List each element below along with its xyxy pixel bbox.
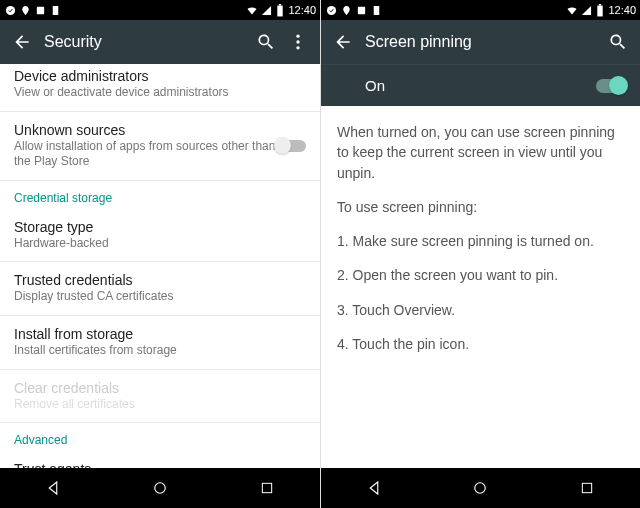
nav-overview-button[interactable] bbox=[247, 468, 287, 508]
screen-security: 12:40 Security Device administrators Vie… bbox=[0, 0, 320, 508]
item-clear-credentials: Clear credentials Remove all certificate… bbox=[0, 370, 320, 424]
svg-point-10 bbox=[326, 5, 335, 14]
app-bar-title: Security bbox=[38, 33, 250, 51]
status-bar: 12:40 bbox=[321, 0, 640, 20]
item-install-from-storage[interactable]: Install from storage Install certificate… bbox=[0, 316, 320, 370]
signal-icon bbox=[260, 4, 272, 16]
svg-rect-14 bbox=[599, 4, 601, 6]
info-step: 3. Touch Overview. bbox=[337, 300, 624, 320]
status-icon bbox=[4, 4, 16, 16]
back-button[interactable] bbox=[327, 20, 359, 64]
status-icon bbox=[34, 4, 46, 16]
info-paragraph: When turned on, you can use screen pinni… bbox=[337, 122, 624, 183]
nav-bar bbox=[0, 468, 320, 508]
status-time: 12:40 bbox=[288, 4, 316, 16]
svg-rect-13 bbox=[598, 5, 603, 16]
svg-rect-3 bbox=[278, 5, 283, 16]
battery-icon bbox=[274, 4, 286, 16]
info-step: 1. Make sure screen pinning is turned on… bbox=[337, 231, 624, 251]
item-trusted-credentials[interactable]: Trusted credentials Display trusted CA c… bbox=[0, 262, 320, 316]
toggle-row[interactable]: On bbox=[321, 64, 640, 106]
location-icon bbox=[340, 4, 352, 16]
status-icon bbox=[49, 4, 61, 16]
svg-rect-2 bbox=[52, 5, 58, 14]
toggle-label: On bbox=[335, 77, 596, 94]
unknown-sources-toggle[interactable] bbox=[276, 140, 306, 152]
svg-rect-11 bbox=[357, 6, 364, 13]
item-storage-type[interactable]: Storage type Hardware-backed bbox=[0, 209, 320, 263]
item-device-administrators[interactable]: Device administrators View or deactivate… bbox=[0, 64, 320, 112]
svg-rect-4 bbox=[279, 4, 281, 6]
svg-point-15 bbox=[475, 483, 486, 494]
item-trust-agents[interactable]: Trust agents View or deactivate trust ag… bbox=[0, 451, 320, 468]
info-paragraph: To use screen pinning: bbox=[337, 197, 624, 217]
search-button[interactable] bbox=[250, 20, 282, 64]
battery-icon bbox=[594, 4, 606, 16]
back-button[interactable] bbox=[6, 20, 38, 64]
svg-rect-9 bbox=[262, 483, 271, 492]
status-bar: 12:40 bbox=[0, 0, 320, 20]
svg-point-5 bbox=[296, 35, 299, 38]
location-icon bbox=[19, 4, 31, 16]
svg-point-6 bbox=[296, 40, 299, 43]
settings-list: Device administrators View or deactivate… bbox=[0, 64, 320, 468]
signal-icon bbox=[580, 4, 592, 16]
svg-rect-12 bbox=[373, 5, 379, 14]
nav-back-button[interactable] bbox=[33, 468, 73, 508]
svg-rect-16 bbox=[582, 483, 591, 492]
status-icon bbox=[325, 4, 337, 16]
section-advanced: Advanced bbox=[0, 423, 320, 451]
nav-home-button[interactable] bbox=[460, 468, 500, 508]
status-time: 12:40 bbox=[608, 4, 636, 16]
nav-back-button[interactable] bbox=[354, 468, 394, 508]
app-bar-title: Screen pinning bbox=[359, 33, 602, 51]
wifi-icon bbox=[246, 4, 258, 16]
overflow-button[interactable] bbox=[282, 20, 314, 64]
svg-point-0 bbox=[5, 5, 14, 14]
svg-point-8 bbox=[155, 483, 166, 494]
screen-screen-pinning: 12:40 Screen pinning On When turned on, … bbox=[320, 0, 640, 508]
app-bar: Security bbox=[0, 20, 320, 64]
search-button[interactable] bbox=[602, 20, 634, 64]
section-credential-storage: Credential storage bbox=[0, 181, 320, 209]
status-icon bbox=[370, 4, 382, 16]
nav-overview-button[interactable] bbox=[567, 468, 607, 508]
item-unknown-sources[interactable]: Unknown sources Allow installation of ap… bbox=[0, 112, 320, 181]
status-icon bbox=[355, 4, 367, 16]
nav-bar bbox=[321, 468, 640, 508]
screen-pinning-toggle[interactable] bbox=[596, 79, 626, 93]
svg-point-7 bbox=[296, 46, 299, 49]
svg-rect-1 bbox=[36, 6, 43, 13]
wifi-icon bbox=[566, 4, 578, 16]
info-step: 4. Touch the pin icon. bbox=[337, 334, 624, 354]
info-body: When turned on, you can use screen pinni… bbox=[321, 106, 640, 468]
info-step: 2. Open the screen you want to pin. bbox=[337, 265, 624, 285]
app-bar: Screen pinning bbox=[321, 20, 640, 64]
nav-home-button[interactable] bbox=[140, 468, 180, 508]
